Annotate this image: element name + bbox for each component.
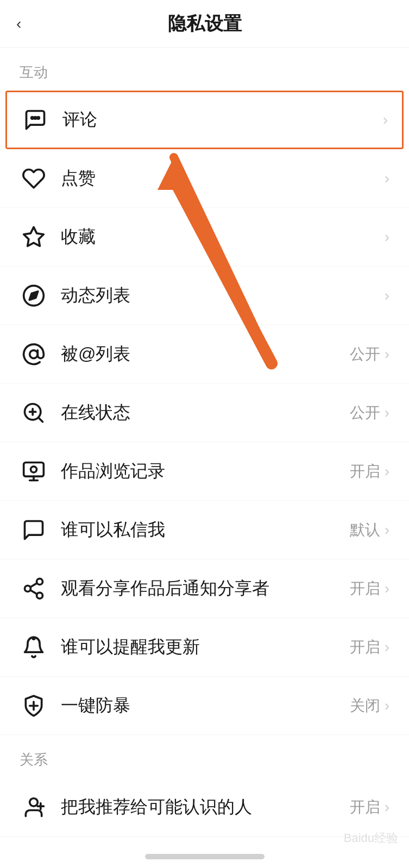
menu-value-mentions: 公开 bbox=[350, 344, 380, 365]
svg-point-1 bbox=[34, 117, 36, 119]
share-icon bbox=[20, 575, 48, 603]
search-circle-icon bbox=[20, 399, 48, 427]
svg-line-8 bbox=[39, 417, 43, 422]
menu-arrow-browse-history: › bbox=[385, 464, 389, 479]
svg-marker-5 bbox=[29, 291, 38, 300]
menu-item-mentions[interactable]: 被@列表公开› bbox=[0, 325, 409, 384]
menu-item-recommend[interactable]: 把我推荐给可能认识的人开启› bbox=[0, 778, 409, 837]
svg-point-23 bbox=[30, 798, 38, 806]
menu-label-online-status: 在线状态 bbox=[61, 401, 350, 425]
menu-arrow-likes: › bbox=[385, 171, 389, 186]
svg-rect-11 bbox=[24, 462, 44, 476]
comment-icon bbox=[21, 106, 49, 134]
svg-point-20 bbox=[33, 637, 35, 639]
menu-item-remind-update[interactable]: 谁可以提醒我更新开启› bbox=[0, 618, 409, 676]
menu-item-online-status[interactable]: 在线状态公开› bbox=[0, 384, 409, 442]
menu-label-comments: 评论 bbox=[62, 108, 383, 132]
menu-arrow-favorites: › bbox=[385, 229, 389, 245]
menu-item-anti-bully[interactable]: 一键防暴关闭› bbox=[0, 676, 409, 735]
menu-label-activity: 动态列表 bbox=[61, 284, 385, 308]
svg-line-18 bbox=[30, 590, 37, 593]
watermark: Baidu经验 bbox=[344, 830, 398, 846]
menu-label-mentions: 被@列表 bbox=[61, 342, 350, 366]
shield-plus-icon bbox=[20, 692, 48, 720]
menu-arrow-comments: › bbox=[383, 112, 388, 127]
menu-label-favorites: 收藏 bbox=[61, 225, 385, 249]
menu-label-remind-update: 谁可以提醒我更新 bbox=[61, 635, 350, 659]
menu-item-browse-history[interactable]: 作品浏览记录开启› bbox=[0, 442, 409, 501]
menu-item-share-notify[interactable]: 观看分享作品后通知分享者开启› bbox=[0, 559, 409, 618]
menu-arrow-activity: › bbox=[385, 288, 389, 303]
menu-arrow-share-notify: › bbox=[385, 581, 389, 596]
bell-hand-icon bbox=[20, 633, 48, 661]
star-icon bbox=[20, 223, 48, 251]
menu-value-share-notify: 开启 bbox=[350, 578, 380, 599]
menu-arrow-recommend: › bbox=[385, 800, 389, 815]
video-eye-icon bbox=[20, 457, 48, 486]
menu-label-anti-bully: 一键防暴 bbox=[61, 694, 350, 718]
menu-label-likes: 点赞 bbox=[61, 167, 385, 190]
menu-value-online-status: 公开 bbox=[350, 403, 380, 423]
svg-point-12 bbox=[31, 466, 37, 472]
compass-icon bbox=[20, 282, 48, 310]
menu-label-share-notify: 观看分享作品后通知分享者 bbox=[61, 577, 350, 601]
menu-label-recommend: 把我推荐给可能认识的人 bbox=[61, 795, 350, 819]
menu-label-private-message: 谁可以私信我 bbox=[61, 518, 350, 542]
svg-line-19 bbox=[30, 583, 37, 586]
menu-value-anti-bully: 关闭 bbox=[350, 695, 380, 716]
menu-arrow-private-message: › bbox=[385, 522, 389, 538]
svg-marker-3 bbox=[24, 227, 44, 246]
page-title: 隐私设置 bbox=[168, 11, 242, 36]
menu-value-private-message: 默认 bbox=[350, 520, 380, 540]
menu-value-browse-history: 开启 bbox=[350, 461, 380, 482]
menu-item-private-message[interactable]: 谁可以私信我默认› bbox=[0, 501, 409, 559]
menu-item-comments[interactable]: 评论› bbox=[5, 91, 404, 149]
content-area: 互动 评论› 点赞› 收藏› 动态列表› 被@列表公开› 在线状态公开› 作品浏… bbox=[0, 48, 409, 837]
message-square-icon bbox=[20, 516, 48, 544]
menu-arrow-mentions: › bbox=[385, 347, 389, 362]
menu-value-recommend: 开启 bbox=[350, 797, 380, 818]
section-label-互动: 互动 bbox=[0, 48, 409, 91]
person-add-icon bbox=[20, 793, 48, 821]
menu-arrow-online-status: › bbox=[385, 405, 389, 420]
menu-item-favorites[interactable]: 收藏› bbox=[0, 208, 409, 266]
header: ‹ 隐私设置 bbox=[0, 0, 409, 48]
section-label-关系: 关系 bbox=[0, 735, 409, 778]
menu-arrow-anti-bully: › bbox=[385, 698, 389, 713]
menu-item-likes[interactable]: 点赞› bbox=[0, 149, 409, 208]
menu-arrow-remind-update: › bbox=[385, 640, 389, 655]
svg-point-0 bbox=[32, 117, 34, 119]
menu-value-remind-update: 开启 bbox=[350, 637, 380, 658]
home-indicator bbox=[145, 854, 265, 859]
back-button[interactable]: ‹ bbox=[16, 16, 21, 31]
svg-point-6 bbox=[30, 350, 38, 358]
menu-label-browse-history: 作品浏览记录 bbox=[61, 459, 350, 483]
menu-item-activity[interactable]: 动态列表› bbox=[0, 266, 409, 325]
svg-point-2 bbox=[37, 117, 40, 119]
heart-icon bbox=[20, 164, 48, 193]
at-icon bbox=[20, 340, 48, 368]
